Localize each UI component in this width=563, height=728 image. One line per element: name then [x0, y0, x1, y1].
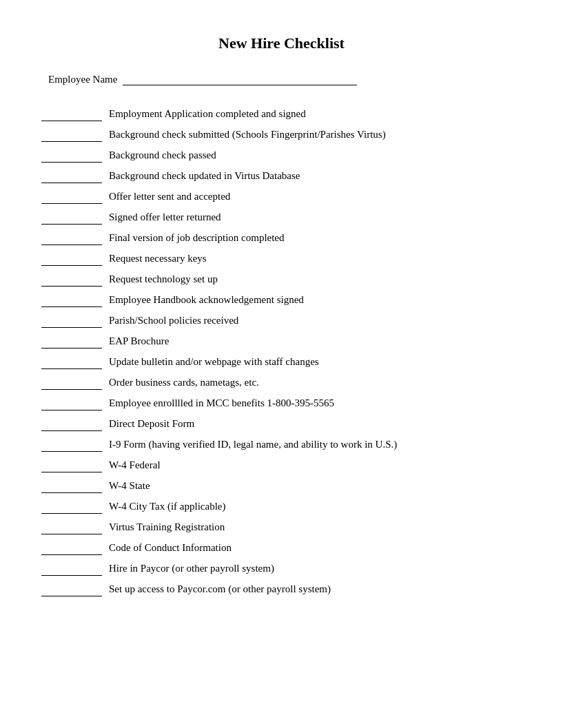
- checklist-item-text: Background check updated in Virtus Datab…: [109, 169, 300, 183]
- checklist-item: Employment Application completed and sig…: [41, 105, 522, 121]
- checklist-item-text: Set up access to Paycor.com (or other pa…: [109, 582, 331, 596]
- checklist-item: Request technology set up: [41, 270, 522, 287]
- check-line: [41, 357, 102, 369]
- checklist-item-text: Order business cards, nametags, etc.: [109, 375, 259, 390]
- checklist-item: W-4 Federal: [41, 456, 522, 472]
- employee-name-label: Employee Name: [48, 74, 117, 85]
- checklist-item: EAP Brochure: [41, 332, 522, 349]
- check-line: [41, 171, 102, 183]
- checklist-item: Order business cards, nametags, etc.: [41, 373, 522, 390]
- checklist-item: Employee Handbook acknowledgement signed: [41, 291, 522, 307]
- check-line: [41, 522, 102, 534]
- check-line: [41, 212, 102, 225]
- check-line: [41, 295, 102, 307]
- check-line: [41, 315, 102, 328]
- check-line: [41, 150, 102, 163]
- check-line: [41, 109, 102, 121]
- check-line: [41, 481, 102, 493]
- check-line: [41, 233, 102, 245]
- employee-name-row: Employee Name: [41, 73, 522, 85]
- check-line: [41, 274, 102, 287]
- checklist-item: Background check submitted (Schools Fing…: [41, 125, 522, 142]
- check-line: [41, 377, 102, 390]
- checklist-item: I-9 Form (having verified ID, legal name…: [41, 435, 522, 452]
- checklist-item: Background check passed: [41, 146, 522, 163]
- checklist-item: Employee enrolllled in MCC benefits 1-80…: [41, 394, 522, 410]
- checklist-item: W-4 State: [41, 477, 522, 493]
- checklist-item: Signed offer letter returned: [41, 208, 522, 225]
- check-line: [41, 439, 102, 452]
- checklist-item-text: I-9 Form (having verified ID, legal name…: [109, 437, 397, 452]
- checklist-item-text: Virtus Training Registration: [109, 520, 225, 534]
- checklist-item: Parish/School policies received: [41, 311, 522, 328]
- checklist-item-text: Signed offer letter returned: [109, 210, 221, 225]
- checklist-item-text: Background check passed: [109, 148, 216, 163]
- checklist-item-text: Hire in Paycor (or other payroll system): [109, 561, 274, 576]
- checklist-item-text: Offer letter sent and accepted: [109, 189, 230, 204]
- checklist-item: Update bulletin and/or webpage with staf…: [41, 353, 522, 369]
- checklist-item: Hire in Paycor (or other payroll system): [41, 559, 522, 576]
- checklist-item: Offer letter sent and accepted: [41, 187, 522, 204]
- checklist-item-text: W-4 State: [109, 479, 150, 493]
- checklist-item: Request necessary keys: [41, 249, 522, 266]
- checklist-item: Code of Conduct Information: [41, 539, 522, 555]
- checklist-item-text: Code of Conduct Information: [109, 541, 232, 555]
- checklist-item-text: Employee enrolllled in MCC benefits 1-80…: [109, 396, 334, 410]
- check-line: [41, 460, 102, 472]
- checklist-item: Virtus Training Registration: [41, 518, 522, 534]
- checklist-item-text: Parish/School policies received: [109, 313, 238, 328]
- checklist-item-text: Final version of job description complet…: [109, 231, 285, 245]
- check-line: [41, 563, 102, 576]
- checklist-item-text: Employment Application completed and sig…: [109, 107, 306, 121]
- checklist-item-text: W-4 City Tax (if applicable): [109, 499, 225, 514]
- checklist-item: W-4 City Tax (if applicable): [41, 497, 522, 514]
- checklist-item-text: Employee Handbook acknowledgement signed: [109, 293, 304, 307]
- employee-name-line[interactable]: [123, 73, 357, 85]
- checklist-item-text: W-4 Federal: [109, 458, 161, 472]
- check-line: [41, 419, 102, 431]
- checklist-item: Final version of job description complet…: [41, 229, 522, 245]
- check-line: [41, 584, 102, 596]
- page-title: New Hire Checklist: [41, 34, 522, 52]
- checklist-item: Direct Deposit Form: [41, 415, 522, 431]
- checklist-item: Set up access to Paycor.com (or other pa…: [41, 580, 522, 596]
- checklist-item: Background check updated in Virtus Datab…: [41, 167, 522, 183]
- check-line: [41, 191, 102, 204]
- checklist-item-text: Direct Deposit Form: [109, 417, 194, 431]
- check-line: [41, 501, 102, 514]
- checklist-item-text: Request necessary keys: [109, 251, 207, 266]
- checklist-item-text: Update bulletin and/or webpage with staf…: [109, 355, 319, 369]
- checklist: Employment Application completed and sig…: [41, 105, 522, 596]
- checklist-item-text: EAP Brochure: [109, 334, 169, 349]
- check-line: [41, 129, 102, 142]
- check-line: [41, 398, 102, 410]
- check-line: [41, 543, 102, 555]
- check-line: [41, 253, 102, 266]
- checklist-item-text: Background check submitted (Schools Fing…: [109, 127, 386, 142]
- check-line: [41, 336, 102, 349]
- checklist-item-text: Request technology set up: [109, 272, 218, 287]
